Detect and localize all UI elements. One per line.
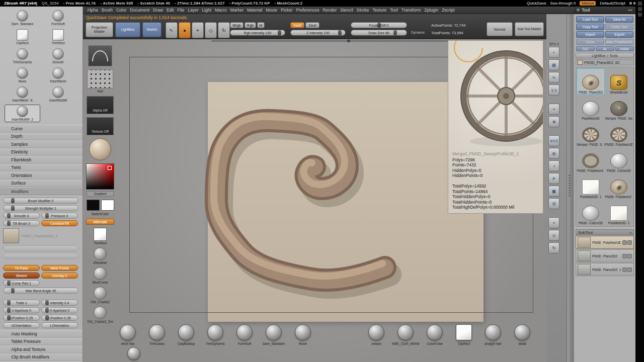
brush-palette-section[interactable]: Depth — [0, 133, 83, 141]
tray-brush[interactable]: CurveTube — [420, 324, 449, 345]
lightbox-button[interactable]: LightBox — [115, 22, 140, 37]
tray-brush[interactable]: Dam_Standard — [259, 324, 288, 345]
menu-item[interactable]: Tool — [388, 7, 399, 13]
paint-icon[interactable] — [627, 267, 632, 272]
alternate-button[interactable]: Alternate — [86, 219, 114, 225]
tray-brush[interactable]: short hair — [113, 324, 142, 345]
quicksave-button[interactable]: QuickSave — [527, 1, 546, 6]
PM3D_Plane3D2_1[interactable]: PM3D_Plane3D2_1 — [576, 263, 634, 276]
brush-palette-section[interactable]: Orientation — [0, 171, 83, 179]
brush-modifier-control[interactable]: Tri Parts — [3, 265, 40, 271]
brush-item[interactable]: InsertMesh — [40, 66, 76, 84]
recent-tool-item[interactable]: PolyMesh3D — [577, 95, 605, 121]
tray-brush[interactable]: detail — [508, 324, 537, 345]
brush-palette-section[interactable]: Twist — [0, 164, 83, 172]
persp-icon[interactable]: P — [548, 173, 559, 184]
brush-item[interactable]: Smooth — [40, 47, 76, 65]
brush-modifier-control[interactable]: Smooth 0 — [3, 213, 40, 219]
focal-shift-slider[interactable]: Focal Shift 0 — [351, 22, 407, 28]
brush-modifier-control[interactable]: Stretch — [3, 273, 40, 279]
menu-item[interactable]: Macro — [213, 7, 228, 13]
brush-modifier-control[interactable]: Brush Modifier 0 — [3, 198, 78, 204]
slider-handle[interactable] — [7, 300, 11, 305]
brush-modifier-control[interactable]: GOrientation — [3, 322, 40, 328]
menu-item[interactable]: Movie — [264, 7, 279, 13]
window-control-icon[interactable] — [629, 2, 632, 5]
rgb-intensity-slider[interactable]: Rgb Intensity 100 — [230, 30, 285, 36]
dynamic-toggle[interactable]: Dynamic — [411, 31, 425, 34]
recent-tool-item[interactable]: PolyMesh3D_2 — [605, 199, 633, 225]
rotate-mode-button[interactable]: ↻ — [218, 22, 230, 38]
recent-tool-item[interactable]: PM3D_PolyMesh3_1 — [577, 147, 605, 173]
tool-panel-button[interactable]: Export — [605, 31, 633, 38]
tool-panel-button[interactable]: Copy Tool — [576, 24, 604, 30]
menu-item[interactable]: Marker — [229, 7, 245, 13]
rotate-gizmo-icon[interactable]: ↻ — [548, 242, 559, 253]
stroke-dots-selector[interactable] — [87, 69, 113, 88]
quick-brush-item[interactable]: Orb_Cracks2_Sm — [87, 306, 113, 323]
brush-modifier-control[interactable]: GPosition 0.25 — [3, 315, 40, 321]
brush-modifier-control[interactable]: Tilt Brush 0 — [3, 220, 40, 226]
menu-item[interactable]: Preferences — [295, 7, 321, 13]
menu-item[interactable]: Stencil — [339, 7, 355, 13]
move-mode-button[interactable]: + — [192, 22, 204, 38]
menu-item[interactable]: Alpha — [86, 7, 100, 13]
alpha-selector[interactable]: Alpha Off — [87, 96, 114, 114]
gradient-toggle[interactable]: Gradient — [87, 191, 114, 197]
material-selector[interactable] — [89, 138, 111, 160]
brush-item[interactable]: InsertMultiM_2 — [5, 105, 40, 122]
quick-brush-item[interactable]: SliceCurve — [92, 267, 108, 284]
slider-handle[interactable] — [7, 308, 11, 313]
visibility-icon[interactable] — [622, 240, 627, 245]
edge-icon[interactable] — [638, 7, 642, 11]
brush-modifier-control[interactable]: Weld Points — [41, 265, 78, 271]
mrgb-button[interactable]: Mrgb — [230, 22, 244, 28]
local-icon[interactable]: ◎ — [548, 148, 559, 159]
paint-icon[interactable] — [627, 254, 632, 258]
brush-palette-section[interactable]: Curve — [0, 125, 83, 133]
slider-handle[interactable] — [11, 288, 15, 293]
actual-size-icon[interactable]: 1:1 — [548, 84, 559, 96]
brush-palette-section[interactable]: Surface — [0, 179, 83, 188]
tool-panel-small-button[interactable]: Visible — [615, 46, 634, 51]
recent-tool-item[interactable]: ◉ PM3D_Plane3D2 — [577, 68, 605, 95]
edge-icon[interactable] — [638, 13, 642, 17]
menu-item[interactable]: Edit — [165, 7, 176, 13]
brush-item[interactable]: Dam_Standard — [5, 9, 40, 27]
menu-item[interactable]: Draw — [151, 7, 165, 13]
slider-handle[interactable] — [393, 30, 397, 35]
menu-item[interactable]: Document — [128, 7, 151, 13]
zoom-icon[interactable]: ⊕ — [548, 116, 559, 127]
menu-item[interactable]: Transform — [400, 7, 422, 13]
tool-panel-button[interactable]: Save As — [605, 16, 633, 23]
brush-modifier-control[interactable]: Intensity 0.4 — [41, 300, 78, 306]
slider-handle[interactable] — [45, 300, 49, 305]
lightbox-tools-bar[interactable]: LightBox > Tools — [576, 53, 634, 58]
timeline-bar[interactable] — [211, 40, 483, 42]
tool-panel-button[interactable]: Clone — [576, 39, 604, 45]
recent-tool-item[interactable]: S SimpleBrush — [605, 68, 633, 95]
scroll-icon[interactable]: + — [548, 104, 559, 115]
brush-palette-section[interactable]: Alpha and Texture — [0, 345, 83, 353]
move-gizmo-icon[interactable]: + — [548, 217, 559, 228]
slider-handle[interactable] — [278, 30, 281, 35]
slider-handle[interactable] — [7, 281, 11, 286]
xyz-gizmo-icon[interactable]: XYZ — [548, 135, 559, 146]
modifiers-section-header[interactable]: Modifiers — [0, 188, 83, 195]
paint-icon[interactable] — [627, 240, 632, 245]
aa-half-icon[interactable]: ½ — [548, 72, 559, 83]
recent-tool-item[interactable]: * Merged_PM3D_Sw — [605, 95, 633, 121]
recent-tool-item[interactable]: PolyMesh3D_1 — [577, 173, 605, 199]
active-tool-row[interactable]: PM3D_Plane3D2. 62 — [576, 59, 634, 65]
menus-toggle[interactable]: Menus — [580, 1, 596, 6]
recent-tool-item[interactable]: PM3D_PolyMesh3D — [605, 121, 633, 147]
palette-circle-icon[interactable] — [577, 9, 580, 12]
tool-panel-button[interactable]: Import — [576, 31, 604, 38]
brush-item[interactable]: TrimRect — [40, 28, 76, 46]
color-picker[interactable] — [86, 163, 114, 190]
projection-master-button[interactable]: Projection Master — [86, 22, 113, 37]
tray-brush[interactable]: XMD_Cloth_Wrinkl — [391, 324, 420, 345]
brush-palette-section[interactable]: Clip Brush Modifiers — [0, 353, 83, 361]
menu-item[interactable]: Stroke — [355, 7, 371, 13]
recent-tool-item[interactable]: PM3D_ColDor3D — [577, 199, 605, 225]
